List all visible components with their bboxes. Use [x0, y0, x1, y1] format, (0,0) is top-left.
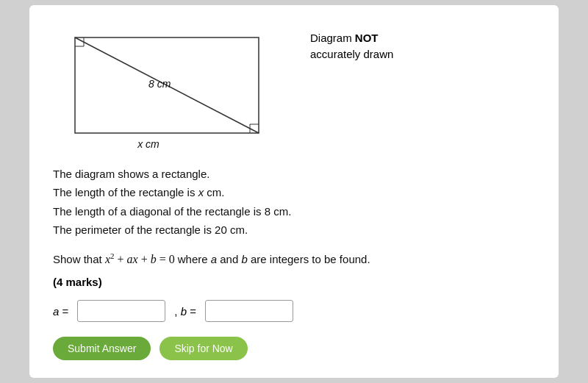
svg-text:8 cm: 8 cm [148, 78, 171, 90]
question-card: 8 cm x cm Diagram NOT accurately drawn T… [29, 5, 559, 379]
button-row: Submit Answer Skip for Now [53, 337, 535, 360]
question-prefix: Show that [53, 253, 105, 265]
desc-line2: The length of the rectangle is x cm. [53, 183, 535, 202]
not-bold: NOT [355, 32, 379, 44]
diagram-note-text: Diagram NOT accurately drawn [310, 32, 393, 61]
desc-line3: The length of a diagonal of the rectangl… [53, 202, 535, 221]
description-block: The diagram shows a rectangle. The lengt… [53, 165, 535, 240]
a-input[interactable] [77, 300, 165, 322]
rectangle-diagram: 8 cm x cm [53, 23, 281, 151]
b-label: , b = [174, 305, 196, 318]
diagram-area: 8 cm x cm [53, 23, 281, 151]
skip-button[interactable]: Skip for Now [159, 337, 247, 360]
desc-line4: The perimeter of the rectangle is 20 cm. [53, 221, 535, 240]
question-line: Show that x2 + ax + b = 0 where a and b … [53, 250, 535, 269]
question-suffix: where a and b are integers to be found. [178, 253, 370, 265]
b-input[interactable] [205, 300, 293, 322]
top-section: 8 cm x cm Diagram NOT accurately drawn [53, 23, 535, 151]
desc-line1: The diagram shows a rectangle. [53, 165, 535, 184]
equation-text: x2 + ax + b = 0 [105, 253, 178, 265]
marks-label: (4 marks) [53, 276, 535, 288]
a-label: a = [53, 305, 68, 318]
input-row: a = , b = [53, 300, 535, 322]
submit-button[interactable]: Submit Answer [53, 337, 151, 360]
svg-text:x cm: x cm [137, 138, 159, 150]
diagram-note: Diagram NOT accurately drawn [310, 30, 393, 63]
